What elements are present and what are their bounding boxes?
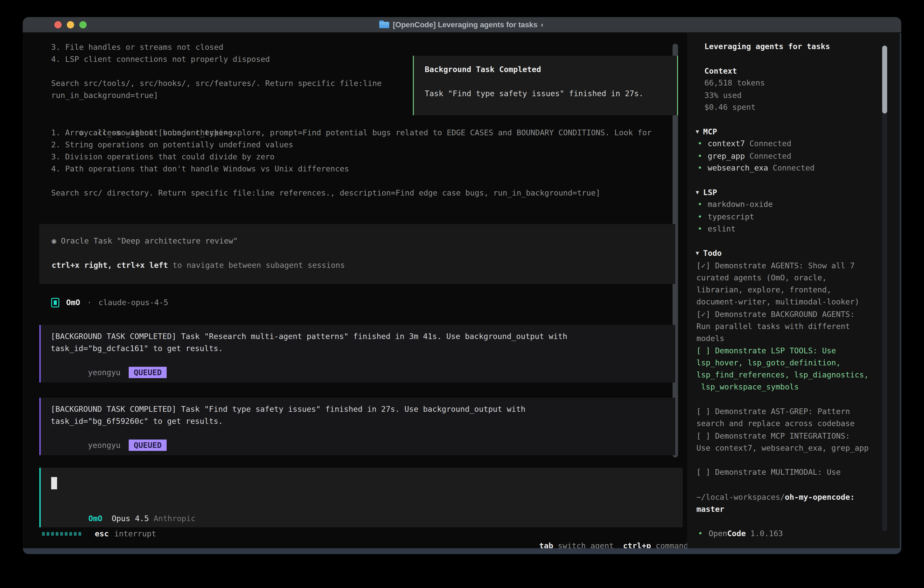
status-dot-icon: • xyxy=(698,529,703,538)
titlebar[interactable]: [OpenCode] Leveraging agents for tasks ◐ xyxy=(23,17,901,33)
window-title-group: [OpenCode] Leveraging agents for tasks ◐ xyxy=(379,19,545,31)
terminal-window: [OpenCode] Leveraging agents for tasks ◐… xyxy=(23,17,901,554)
lsp-item: •eslint xyxy=(698,223,736,235)
sidebar-scrollbar-track[interactable] xyxy=(882,45,887,531)
toast-body: Task "Find type safety issues" finished … xyxy=(425,88,677,99)
omo-agent-icon xyxy=(51,298,59,307)
todo-item-done: [✓] Demonstrate BACKGROUND AGENTS: Run p… xyxy=(696,308,890,345)
prompt-input[interactable]: OmO Opus 4.5 Anthropic xyxy=(40,468,683,527)
status-badge: QUEUED xyxy=(129,439,167,451)
todo-section-header[interactable]: ▼Todo xyxy=(696,247,722,260)
background-task-toast[interactable]: Background Task Completed Task "Find typ… xyxy=(413,56,678,115)
task-block-text: [BACKGROUND TASK COMPLETED] Task "Find t… xyxy=(51,403,675,427)
context-used: 33% used xyxy=(705,89,742,101)
shortcut-keys: ctrl+x right, ctrl+x left xyxy=(52,261,168,270)
input-agent-name: OmO xyxy=(88,514,102,523)
version-row: •OpenCode1.0.163 xyxy=(698,527,783,540)
statusbar-left: esc interrupt xyxy=(42,528,156,540)
task-block: [BACKGROUND TASK COMPLETED] Task "Find t… xyxy=(40,398,675,455)
chevron-down-icon: ▼ xyxy=(696,247,699,259)
traffic-lights xyxy=(54,21,87,28)
context-tokens: 66,518 tokens xyxy=(705,77,765,89)
toast-title: Background Task Completed xyxy=(425,63,677,76)
lsp-item: •typescript xyxy=(698,211,754,223)
task-block: [BACKGROUND TASK COMPLETED] Task "Resear… xyxy=(40,325,675,382)
lsp-item: •markdown-oxide xyxy=(698,198,773,210)
oracle-task-hint: ctrl+x right, ctrl+x left to navigate be… xyxy=(52,259,345,271)
bullet-icon: • xyxy=(698,212,702,221)
separator-dot: · xyxy=(87,297,91,309)
session-title: Leveraging agents for tasks xyxy=(705,40,830,53)
workspace-branch: master xyxy=(696,503,724,515)
agent-header: OmO · claude-opus-4-5 xyxy=(51,297,168,309)
bullet-icon: • xyxy=(698,163,702,172)
bullet-icon: • xyxy=(698,139,702,148)
agent-model: claude-opus-4-5 xyxy=(99,297,168,309)
mcp-item: •websearch_exaConnected xyxy=(698,162,815,174)
context-spent: $0.46 spent xyxy=(705,101,756,113)
terminal-content: 3. File handles or streams not closed 4.… xyxy=(23,33,901,548)
minimize-button[interactable] xyxy=(67,21,74,28)
status-badge: QUEUED xyxy=(129,367,167,378)
bullet-icon: • xyxy=(698,224,702,233)
context-heading: Context xyxy=(705,65,737,77)
todo-item-pending: [ ] Demonstrate AST-GREP: Pattern search… xyxy=(696,405,890,429)
task-block-meta: yeongyuQUEUED xyxy=(51,355,675,391)
todo-item-pending: [ ] Demonstrate MULTIMODAL: Use xyxy=(696,466,890,478)
todo-item-active: [ ] Demonstrate LSP TOOLS: Use lsp_hover… xyxy=(696,345,890,393)
input-model-name: Opus 4.5 xyxy=(112,514,149,523)
working-spinner-dots xyxy=(42,532,83,536)
workspace-path: ~/local-workspaces/oh-my-opencode: xyxy=(696,491,855,503)
esc-key-hint: esc xyxy=(95,528,109,540)
oracle-task-label: ◉ Oracle Task "Deep architecture review" xyxy=(52,235,238,247)
window-title: [OpenCode] Leveraging agents for tasks xyxy=(393,19,538,31)
mcp-item: •grep_appConnected xyxy=(698,150,791,162)
task-block-meta: yeongyuQUEUED xyxy=(51,427,675,463)
shortcut-hint: to navigate between subagent sessions xyxy=(168,261,345,270)
half-circle-icon: ◐ xyxy=(541,19,545,31)
close-button[interactable] xyxy=(54,21,62,28)
mcp-item: •context7Connected xyxy=(698,137,791,150)
bullet-icon: • xyxy=(698,200,702,209)
folder-icon xyxy=(379,20,389,29)
user-name: yeongyu xyxy=(88,368,120,377)
window-bottom-edge xyxy=(23,548,901,554)
chevron-down-icon: ▼ xyxy=(696,187,699,198)
esc-key-label: interrupt xyxy=(114,528,156,540)
sidebar-scrollbar-thumb[interactable] xyxy=(882,46,887,114)
lsp-section-header[interactable]: ▼LSP xyxy=(696,187,717,200)
user-name: yeongyu xyxy=(88,441,120,450)
tool-call-body: 1. Array access without bounds checking … xyxy=(51,127,674,199)
todo-item-pending: [ ] Demonstrate MCP INTEGRATIONS: Use co… xyxy=(696,430,890,454)
oracle-task-box[interactable]: ◉ Oracle Task "Deep architecture review"… xyxy=(40,224,675,284)
input-provider: Anthropic xyxy=(153,514,195,523)
task-block-text: [BACKGROUND TASK COMPLETED] Task "Resear… xyxy=(51,330,675,355)
record-icon: ◉ xyxy=(52,236,56,245)
zoom-button[interactable] xyxy=(79,21,87,28)
chevron-down-icon: ▼ xyxy=(696,126,699,138)
bullet-icon: • xyxy=(698,152,702,160)
mcp-section-header[interactable]: ▼MCP xyxy=(696,126,717,139)
agent-name: OmO xyxy=(66,297,80,309)
todo-item-done: [✓] Demonstrate AGENTS: Show all 7 curat… xyxy=(696,260,890,308)
text-cursor xyxy=(51,477,57,489)
sidebar: Leveraging agents for tasks Context 66,5… xyxy=(687,33,901,548)
